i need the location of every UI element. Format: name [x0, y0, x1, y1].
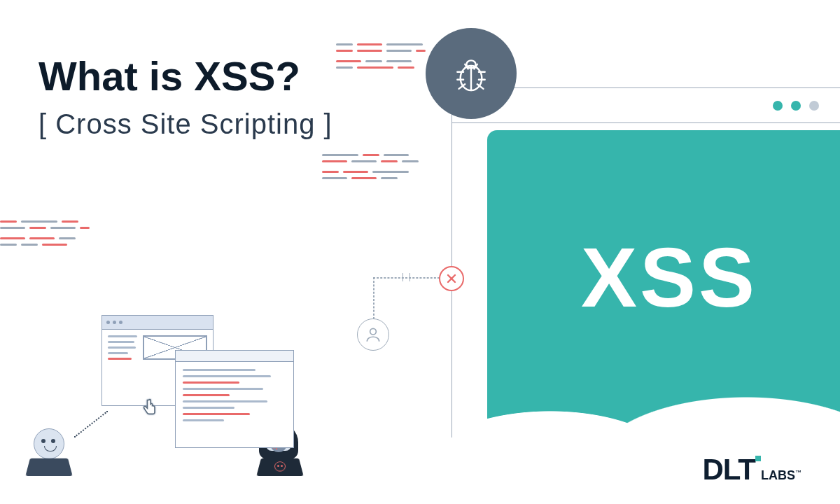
browser-window-large: XSS [451, 88, 840, 438]
page-title: What is XSS? [38, 52, 300, 99]
xss-blob: XSS [487, 130, 840, 466]
victim-user-figure [28, 428, 70, 476]
connector-line-2 [373, 277, 374, 319]
window-dot-3 [809, 101, 819, 111]
bug-icon [426, 28, 517, 119]
decorative-dashes-top [336, 43, 426, 73]
decorative-dashes-center [322, 154, 419, 183]
attack-illustration [28, 294, 364, 476]
window-dot-2 [791, 101, 801, 111]
xss-label: XSS [581, 229, 757, 326]
skull-icon [274, 461, 286, 471]
hand-pointer-icon [140, 398, 160, 417]
page-subtitle: [ Cross Site Scripting ] [38, 108, 332, 140]
decorative-dashes-left [0, 220, 90, 250]
connector-cap [402, 273, 403, 281]
svg-point-2 [370, 328, 377, 335]
connector-line-1 [373, 277, 440, 279]
logo-sub-text: LABS™ [761, 468, 802, 483]
close-icon [439, 266, 464, 291]
window-dot-1 [773, 101, 783, 111]
logo-main-text: DLT [702, 453, 755, 486]
small-code-window [175, 350, 294, 448]
brand-logo: DLT LABS™ [702, 453, 802, 486]
connector-cap2 [410, 273, 410, 281]
attack-path-1 [74, 411, 108, 438]
